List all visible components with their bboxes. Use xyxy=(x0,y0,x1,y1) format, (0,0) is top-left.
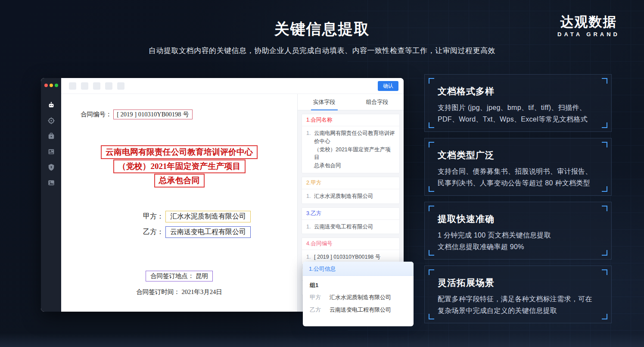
field-card: 3.乙方1.云南送变电工程有限公司 xyxy=(302,207,400,234)
feature-title: 文档格式多样 xyxy=(438,85,598,97)
popup-title[interactable]: 1.公司信息 xyxy=(303,262,414,276)
briefcase-icon[interactable] xyxy=(47,132,55,140)
shield-icon[interactable] xyxy=(47,163,55,171)
contract-number-label: 合同编号： xyxy=(81,111,112,118)
field-value-row[interactable]: 1.汇水水泥质制造有限公司 xyxy=(302,189,399,203)
feature-card: 文档类型广泛支持合同、债券募集书、招股说明书、审计报告、 民事判决书、人事变动公… xyxy=(424,138,612,196)
tab-entity-fields[interactable]: 实体字段 xyxy=(298,94,351,110)
corner-bracket-icon xyxy=(602,250,607,256)
field-value-index: 1. xyxy=(306,192,314,200)
sign-place-line: 合同签订地点： 昆明 xyxy=(61,271,297,281)
feature-body: 支持图片 (jpg、jpeg、bmp、tif、tiff)、扫描件、 PDF、Wo… xyxy=(438,102,598,125)
field-value-index: 1. xyxy=(306,253,314,261)
popup-row-label: 乙方 xyxy=(310,306,330,314)
party-b-line: 乙方： 云南送变电工程有限公司 xyxy=(143,226,297,238)
popup-row: 甲方汇水水泥质制造有限公司 xyxy=(310,294,407,301)
minimize-window-icon[interactable] xyxy=(50,84,53,87)
corner-bracket-icon xyxy=(429,269,434,275)
brand-subname: DATA GRAND xyxy=(557,31,620,38)
app-sidebar xyxy=(41,78,61,312)
corner-bracket-icon xyxy=(429,314,434,319)
contract-title-highlight[interactable]: （党校）2021年固定资产生产项目 xyxy=(113,159,246,173)
corner-bracket-icon xyxy=(429,250,434,256)
feature-title: 文档类型广泛 xyxy=(438,149,598,161)
corner-bracket-icon xyxy=(602,314,607,319)
feature-card: 提取快速准确1 分钟完成 100 页文档关键信息提取 文档信息提取准确率超 90… xyxy=(424,202,612,259)
feature-body: 1 分钟完成 100 页文档关键信息提取 文档信息提取准确率超 90% xyxy=(438,230,598,253)
contract-title-block: 云南电网有限责任公司教育培训评价中心（党校）2021年固定资产生产项目总承包合同 xyxy=(61,145,297,188)
feature-title: 灵活拓展场景 xyxy=(438,277,598,289)
popup-row: 乙方云南送变电工程有限公司 xyxy=(310,306,407,314)
window-controls xyxy=(44,84,58,87)
toolbar-placeholder-icon[interactable] xyxy=(93,82,100,90)
brand-name: 达观数据 xyxy=(557,15,620,29)
field-label: 2.甲方 xyxy=(302,177,399,189)
corner-bracket-icon xyxy=(602,122,607,128)
field-value-index: 1. xyxy=(306,129,314,170)
tab-combined-fields[interactable]: 组合字段 xyxy=(351,94,404,110)
party-a-highlight[interactable]: 汇水水泥质制造有限公司 xyxy=(165,211,251,222)
field-value-text: 汇水水泥质制造有限公司 xyxy=(314,192,373,200)
sign-place-highlight[interactable]: 合同签订地点： 昆明 xyxy=(146,271,213,281)
corner-bracket-icon xyxy=(602,78,607,84)
field-value-row[interactable]: 1.云南送变电工程有限公司 xyxy=(302,220,399,234)
feature-card: 文档格式多样支持图片 (jpg、jpeg、bmp、tif、tiff)、扫描件、 … xyxy=(424,74,612,132)
page: 关键信息提取 自动提取文档内容的关键信息，协助企业人员完成自动填表、内容一致性检… xyxy=(0,0,644,347)
maximize-window-icon[interactable] xyxy=(55,84,58,87)
toolbar-placeholder-icon[interactable] xyxy=(105,82,112,90)
confirm-button[interactable]: 确认 xyxy=(378,81,398,91)
party-a-line: 甲方： 汇水水泥质制造有限公司 xyxy=(143,211,297,222)
contract-number-line: 合同编号： [ 2019 ] 010310YB00198 号 xyxy=(81,109,193,119)
contract-title-highlight[interactable]: 云南电网有限责任公司教育培训评价中心 xyxy=(101,145,258,159)
field-value-text: [ 2019 ] 010310YB00198 号 xyxy=(314,253,380,261)
popup-row-value: 云南送变电工程有限公司 xyxy=(330,306,391,314)
news-icon[interactable] xyxy=(47,148,55,156)
party-b-highlight[interactable]: 云南送变电工程有限公司 xyxy=(165,226,251,238)
gear-icon[interactable] xyxy=(47,117,55,125)
toolbar-placeholder-icon[interactable] xyxy=(117,82,124,90)
company-info-popup: 1.公司信息 组1 甲方汇水水泥质制造有限公司乙方云南送变电工程有限公司 xyxy=(303,262,414,326)
corner-bracket-icon xyxy=(602,186,607,192)
corner-bracket-icon xyxy=(429,142,434,147)
page-title: 关键信息提取 xyxy=(0,19,644,39)
party-b-label: 乙方： xyxy=(143,228,164,235)
page-subtitle: 自动提取文档内容的关键信息，协助企业人员完成自动填表、内容一致性检查等工作，让审… xyxy=(0,46,644,56)
field-value-row[interactable]: 1.云南电网有限责任公司教育培训评价中心 （党校）2021年固定资产生产项目 总… xyxy=(302,126,399,173)
party-a-label: 甲方： xyxy=(143,213,164,220)
popup-body: 组1 甲方汇水水泥质制造有限公司乙方云南送变电工程有限公司 xyxy=(303,276,414,314)
field-card: 2.甲方1.汇水水泥质制造有限公司 xyxy=(302,177,400,204)
corner-bracket-icon xyxy=(602,269,607,275)
corner-bracket-icon xyxy=(602,206,607,211)
image-icon[interactable] xyxy=(47,179,55,187)
contract-title-highlight[interactable]: 总承包合同 xyxy=(154,174,205,188)
corner-bracket-icon xyxy=(429,122,434,128)
app-toolbar: 确认 xyxy=(61,78,404,94)
field-value-index: 1. xyxy=(306,223,314,231)
field-value-text: 云南电网有限责任公司教育培训评价中心 （党校）2021年固定资产生产项目 总承包… xyxy=(314,129,395,170)
corner-bracket-icon xyxy=(602,142,607,147)
toolbar-placeholder-icon[interactable] xyxy=(81,82,88,90)
field-card: 4.合同编号1.[ 2019 ] 010310YB00198 号 xyxy=(302,238,400,265)
contract-number-highlight[interactable]: [ 2019 ] 010310YB00198 号 xyxy=(113,109,193,119)
field-card: 1.合同名称1.云南电网有限责任公司教育培训评价中心 （党校）2021年固定资产… xyxy=(302,114,400,173)
feature-cards: 文档格式多样支持图片 (jpg、jpeg、bmp、tif、tiff)、扫描件、 … xyxy=(424,74,612,329)
field-value-text: 云南送变电工程有限公司 xyxy=(314,223,373,231)
document-viewer: 合同编号： [ 2019 ] 010310YB00198 号 云南电网有限责任公… xyxy=(61,94,297,312)
popup-row-label: 甲方 xyxy=(310,294,330,301)
corner-bracket-icon xyxy=(429,206,434,211)
close-window-icon[interactable] xyxy=(44,84,48,87)
toolbar-placeholder-icon[interactable] xyxy=(69,82,76,90)
brand-logo: 达观数据 DATA GRAND xyxy=(557,15,620,38)
popup-row-value: 汇水水泥质制造有限公司 xyxy=(330,294,391,301)
field-label: 3.乙方 xyxy=(302,208,399,220)
field-label: 4.合同编号 xyxy=(302,238,399,250)
corner-bracket-icon xyxy=(429,186,434,192)
sign-time-line: 合同签订时间： 2021年3月24日 xyxy=(61,288,297,296)
feature-card: 灵活拓展场景配置多种字段特征，满足各种文档标注需求，可在 复杂场景中完成自定义的… xyxy=(424,266,612,323)
feature-body: 支持合同、债券募集书、招股说明书、审计报告、 民事判决书、人事变动公告等超过 8… xyxy=(438,166,598,189)
popup-group-label: 组1 xyxy=(310,281,407,289)
robot-icon[interactable] xyxy=(47,101,55,109)
field-label: 1.合同名称 xyxy=(302,114,399,126)
feature-body: 配置多种字段特征，满足各种文档标注需求，可在 复杂场景中完成自定义的关键信息提取 xyxy=(438,294,598,316)
fields-tabbar: 实体字段组合字段 xyxy=(298,94,404,110)
